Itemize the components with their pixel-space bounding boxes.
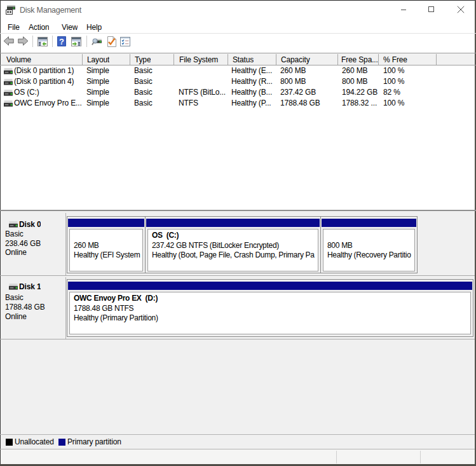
svg-text:?: ?: [59, 37, 64, 46]
